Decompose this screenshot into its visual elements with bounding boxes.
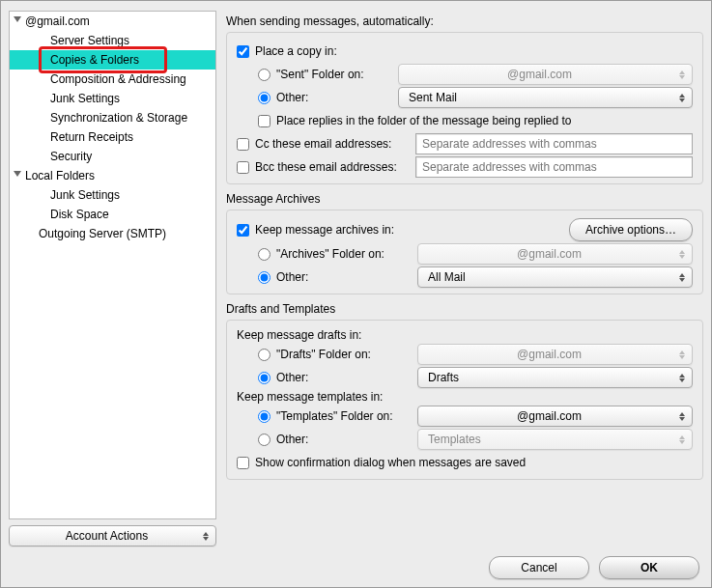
sent-folder-account-select[interactable]: @gmail.com	[398, 64, 693, 85]
dialog-body: @gmail.com Server Settings Copies & Fold…	[9, 11, 703, 546]
drafts-heading: Drafts and Templates	[226, 302, 703, 316]
chevron-updown-icon	[676, 247, 688, 261]
show-confirmation-label: Show confirmation dialog when messages a…	[255, 456, 526, 469]
archives-other-select[interactable]: All Mail	[417, 266, 693, 288]
drafts-folder-label: "Drafts" Folder on:	[276, 348, 412, 361]
sent-other-select[interactable]: Sent Mail	[398, 87, 693, 108]
archives-heading: Message Archives	[226, 192, 703, 206]
show-confirmation-checkbox[interactable]	[237, 457, 249, 469]
drafts-keep-label: Keep message drafts in:	[237, 328, 693, 342]
tree-local-junk[interactable]: Junk Settings	[10, 185, 215, 205]
drafts-other-label: Other:	[276, 371, 412, 384]
tree-server-settings[interactable]: Server Settings	[10, 31, 215, 50]
templates-other-value: Templates	[428, 433, 481, 446]
templates-account-select[interactable]: @gmail.com	[417, 406, 693, 427]
drafts-account-select[interactable]: @gmail.com	[417, 344, 693, 365]
templates-other-label: Other:	[276, 433, 412, 446]
tree-security[interactable]: Security	[10, 147, 215, 166]
drafts-other-value: Drafts	[428, 371, 459, 384]
chevron-updown-icon	[200, 529, 212, 543]
chevron-updown-icon	[676, 371, 688, 384]
tree-disk-space[interactable]: Disk Space	[10, 205, 215, 224]
archives-other-label: Other:	[276, 270, 412, 284]
account-actions-menu[interactable]: Account Actions	[9, 525, 216, 546]
account-tree[interactable]: @gmail.com Server Settings Copies & Fold…	[9, 11, 216, 519]
tree-account-gmail[interactable]: @gmail.com	[10, 12, 215, 31]
templates-other-radio[interactable]	[258, 434, 271, 446]
sent-folder-account-value: @gmail.com	[507, 68, 572, 81]
templates-folder-label: "Templates" Folder on:	[276, 409, 412, 423]
archives-group: Keep message archives in: Archive option…	[226, 210, 703, 294]
keep-archives-checkbox[interactable]	[237, 224, 249, 237]
ok-button[interactable]: OK	[599, 556, 699, 579]
drafts-folder-radio[interactable]	[258, 349, 271, 361]
archives-other-radio[interactable]	[258, 271, 271, 284]
sent-folder-radio[interactable]	[258, 69, 271, 81]
sent-other-label: Other:	[276, 91, 392, 104]
bcc-input[interactable]	[415, 156, 693, 178]
archives-other-value: All Mail	[428, 270, 466, 284]
drafts-other-select[interactable]: Drafts	[417, 367, 693, 388]
templates-account-value: @gmail.com	[517, 409, 582, 423]
account-actions-label: Account Actions	[66, 529, 148, 543]
templates-keep-label: Keep message templates in:	[237, 390, 693, 404]
chevron-updown-icon	[676, 270, 688, 284]
tree-composition[interactable]: Composition & Addressing	[10, 70, 215, 89]
bcc-label: Bcc these email addresses:	[255, 160, 410, 174]
place-copy-checkbox[interactable]	[237, 45, 249, 58]
archive-options-button[interactable]: Archive options…	[569, 218, 693, 241]
place-copy-label: Place a copy in:	[255, 44, 337, 58]
settings-panel: When sending messages, automatically: Pl…	[226, 11, 703, 546]
tree-local-folders[interactable]: Local Folders	[10, 166, 215, 185]
keep-archives-label: Keep message archives in:	[255, 223, 394, 237]
drafts-other-radio[interactable]	[258, 372, 271, 384]
tree-junk-settings[interactable]: Junk Settings	[10, 89, 215, 108]
place-replies-checkbox[interactable]	[258, 115, 271, 127]
account-settings-dialog: @gmail.com Server Settings Copies & Fold…	[0, 0, 712, 588]
sent-folder-label: "Sent" Folder on:	[276, 68, 392, 81]
archives-folder-radio[interactable]	[258, 248, 271, 261]
templates-other-select[interactable]: Templates	[417, 429, 693, 450]
tree-outgoing-smtp[interactable]: Outgoing Server (SMTP)	[10, 224, 215, 243]
tree-copies-folders[interactable]: Copies & Folders	[10, 50, 215, 70]
sending-heading: When sending messages, automatically:	[226, 14, 703, 28]
bcc-checkbox[interactable]	[237, 161, 249, 174]
sent-other-value: Sent Mail	[409, 91, 457, 104]
chevron-updown-icon	[676, 348, 688, 361]
chevron-updown-icon	[676, 433, 688, 446]
sending-group: Place a copy in: "Sent" Folder on: @gmai…	[226, 32, 703, 184]
dialog-footer: Cancel OK	[9, 546, 703, 579]
sent-other-radio[interactable]	[258, 92, 271, 104]
drafts-group: Keep message drafts in: "Drafts" Folder …	[226, 320, 703, 480]
cc-checkbox[interactable]	[237, 138, 249, 151]
chevron-updown-icon	[676, 91, 688, 104]
tree-sync-storage[interactable]: Synchronization & Storage	[10, 108, 215, 127]
tree-return-receipts[interactable]: Return Receipts	[10, 127, 215, 147]
sidebar-column: @gmail.com Server Settings Copies & Fold…	[9, 11, 216, 546]
cancel-button[interactable]: Cancel	[489, 556, 589, 579]
place-replies-label: Place replies in the folder of the messa…	[276, 114, 572, 127]
archives-account-select[interactable]: @gmail.com	[417, 243, 693, 265]
archives-folder-label: "Archives" Folder on:	[276, 247, 412, 261]
cc-label: Cc these email addresses:	[255, 137, 410, 151]
chevron-updown-icon	[676, 68, 688, 81]
templates-folder-radio[interactable]	[258, 410, 271, 423]
archives-account-value: @gmail.com	[517, 247, 582, 261]
chevron-updown-icon	[676, 409, 688, 423]
cc-input[interactable]	[415, 133, 693, 154]
drafts-account-value: @gmail.com	[517, 348, 582, 361]
